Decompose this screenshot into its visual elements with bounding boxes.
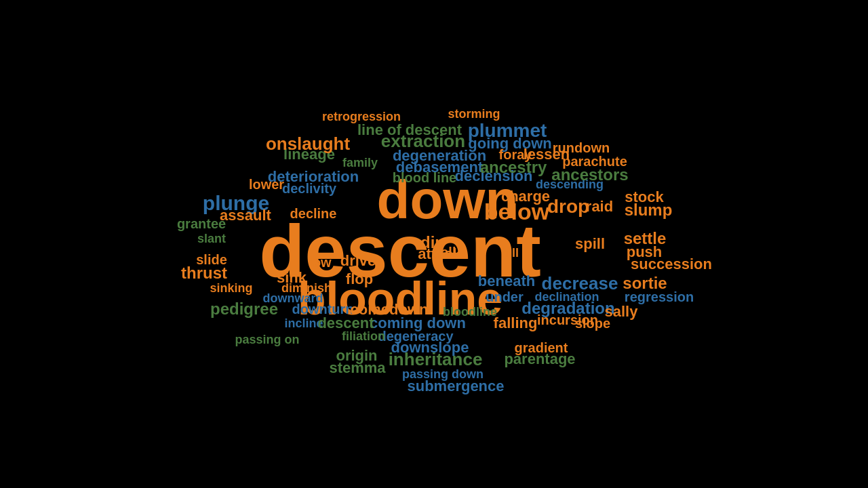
word-item: settle — [624, 230, 667, 247]
word-item: pedigree — [210, 301, 278, 317]
word-item: inheritance — [389, 350, 483, 368]
word-item: drop — [547, 197, 589, 216]
word-item: succession — [631, 257, 712, 272]
word-item: downturn — [292, 302, 353, 316]
word-item: stemma — [329, 361, 385, 375]
word-item: slope — [575, 317, 610, 330]
word-item: passing on — [235, 333, 299, 346]
word-item: thrust — [181, 265, 227, 281]
word-item: ancestors — [551, 167, 628, 183]
word-item: diminish — [281, 282, 332, 294]
word-item: filiation — [342, 330, 385, 342]
word-item: comedown — [351, 302, 429, 317]
word-item: grantee — [177, 217, 226, 230]
word-item: rundown — [553, 141, 610, 155]
word-item: drive — [340, 253, 376, 268]
word-item: lower — [249, 178, 284, 191]
word-item: gradient — [515, 341, 568, 354]
word-item: storming — [448, 108, 500, 120]
word-item: onslaught — [266, 135, 350, 152]
word-item: retrogression — [322, 110, 401, 123]
word-item: bloodline — [443, 306, 497, 318]
word-item: flop — [346, 272, 373, 287]
word-item: raid — [586, 199, 613, 214]
word-item: degeneracy — [378, 329, 453, 343]
word-item: slant — [197, 232, 226, 245]
word-item: spill — [575, 237, 605, 251]
word-item: beneath — [478, 274, 535, 289]
word-item: low — [309, 256, 331, 269]
word-item: parachute — [562, 155, 627, 168]
word-item: decline — [290, 207, 337, 220]
word-item: attack — [418, 247, 461, 262]
word-item: blood line — [393, 171, 456, 184]
word-item: slump — [625, 202, 673, 218]
word-item: sortie — [623, 275, 667, 291]
word-item: hill — [501, 247, 519, 259]
word-item: under — [486, 290, 524, 304]
word-item: declination — [534, 291, 599, 303]
word-cloud: descentbloodlinedownbelowdropdipfalldriv… — [0, 0, 868, 488]
word-item: assault — [220, 208, 271, 223]
word-item: family — [342, 157, 378, 169]
word-item: regression — [625, 290, 694, 304]
word-item: descent — [317, 316, 374, 331]
word-item: charge — [501, 189, 550, 204]
word-item: sinking — [210, 282, 252, 294]
word-item: submergence — [407, 379, 504, 394]
word-item: falling — [494, 316, 538, 331]
word-item: extraction — [381, 132, 465, 150]
